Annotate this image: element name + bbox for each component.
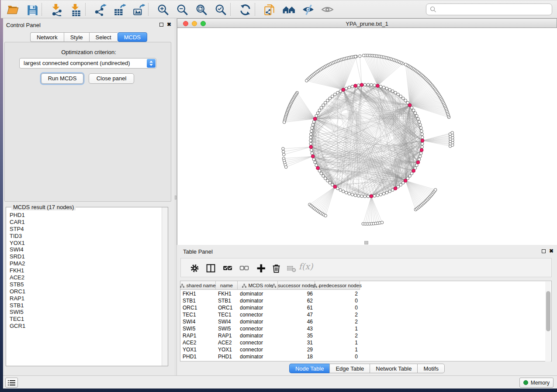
cell-shared-name[interactable]: SWI4	[180, 318, 216, 325]
group-nodes-button[interactable]	[281, 3, 296, 17]
export-network-button[interactable]	[93, 3, 107, 17]
cell-predecessor-nodes[interactable]: 0	[315, 353, 360, 360]
table-row[interactable]: RAP1RAP1dominator352	[180, 332, 547, 339]
cell-shared-name[interactable]: PHD1	[180, 353, 216, 360]
table-scrollbar[interactable]	[545, 282, 551, 361]
cell-shared-name[interactable]: YOX1	[180, 346, 216, 353]
result-scrollbar[interactable]	[162, 207, 168, 366]
cell-MCDS-role[interactable]: dominator	[238, 304, 278, 311]
close-table-panel-icon[interactable]: ✖	[549, 248, 554, 254]
mcds-result-item[interactable]: PMA2	[6, 260, 162, 267]
select-all-button[interactable]	[221, 262, 233, 274]
mcds-result-item[interactable]: TID3	[6, 233, 162, 240]
hide-selected-button[interactable]	[301, 3, 315, 17]
cell-MCDS-role[interactable]: dominator	[238, 290, 278, 297]
task-history-button[interactable]	[5, 378, 18, 388]
network-title-bar[interactable]: YPA_prune.txt_1	[177, 18, 557, 28]
tab-network[interactable]: Network	[30, 32, 64, 42]
run-mcds-button[interactable]: Run MCDS	[41, 73, 83, 84]
settings-button[interactable]	[189, 262, 200, 274]
cell-successor-nodes[interactable]: 46	[278, 318, 315, 325]
table-row[interactable]: STB1STB1dominator620	[180, 297, 547, 304]
cell-name[interactable]: PHD1	[216, 353, 238, 360]
table-row[interactable]: FKH1FKH1dominator962	[180, 290, 547, 297]
cell-shared-name[interactable]: TEC1	[180, 311, 216, 318]
table-row[interactable]: SWI5SWI5connector431	[180, 325, 547, 332]
zoom-out-button[interactable]	[175, 3, 190, 17]
search-input[interactable]	[426, 3, 552, 15]
network-canvas[interactable]	[177, 28, 557, 245]
mcds-result-list[interactable]: PHD1CAR1STP4TID3YOX1SWI4SRD1PMA2FKH1ACE2…	[6, 207, 162, 366]
cell-successor-nodes[interactable]: 47	[278, 311, 315, 318]
horizontal-splitter-grip[interactable]	[364, 241, 368, 244]
cell-name[interactable]: SWI4	[216, 318, 238, 325]
close-panel-icon[interactable]: ✖	[167, 21, 171, 28]
mcds-result-item[interactable]: ORC1	[6, 288, 162, 295]
cell-shared-name[interactable]: FKH1	[180, 290, 216, 297]
mcds-result-item[interactable]: STB5	[6, 281, 162, 288]
memory-button[interactable]: Memory	[519, 378, 554, 388]
export-image-button[interactable]	[131, 3, 146, 17]
cell-successor-nodes[interactable]: 96	[278, 290, 315, 297]
mcds-result-item[interactable]: STP4	[6, 226, 162, 233]
column-header-shared-name[interactable]: shared name	[180, 281, 216, 290]
mcds-result-item[interactable]: RAP1	[6, 295, 162, 302]
close-panel-button[interactable]: Close panel	[89, 73, 134, 84]
cell-name[interactable]: ACE2	[216, 339, 238, 346]
float-panel-icon[interactable]	[159, 23, 163, 27]
column-header-successor-nodes[interactable]: successor nodes⌄	[278, 281, 315, 290]
cell-successor-nodes[interactable]: 18	[278, 353, 315, 360]
open-session-button[interactable]	[5, 3, 20, 17]
import-network-button[interactable]	[49, 3, 64, 17]
mcds-result-item[interactable]: TEC1	[6, 316, 162, 323]
cell-name[interactable]: FKH1	[216, 290, 238, 297]
table-row[interactable]: YOX1YOX1connector291	[180, 346, 547, 353]
show-all-button[interactable]	[320, 3, 335, 17]
tab-mcds[interactable]: MCDS	[118, 32, 147, 42]
cell-successor-nodes[interactable]: 61	[278, 304, 315, 311]
save-session-button[interactable]	[24, 3, 39, 17]
table-row[interactable]: ORC1ORC1dominator610	[180, 304, 547, 311]
table-scrollbar-thumb[interactable]	[546, 291, 550, 331]
cell-predecessor-nodes[interactable]: 2	[315, 318, 360, 325]
table-row[interactable]: TEC1TEC1connector472	[180, 311, 547, 318]
cell-MCDS-role[interactable]: dominator	[238, 318, 278, 325]
zoom-fit-button[interactable]	[194, 3, 209, 17]
mcds-result-item[interactable]: ACE2	[6, 274, 162, 281]
function-builder-button[interactable]: f(x)	[300, 261, 311, 272]
cell-name[interactable]: YOX1	[216, 346, 238, 353]
tab-select[interactable]: Select	[89, 32, 118, 42]
tab-node-table[interactable]: Node Table	[289, 364, 330, 373]
tab-edge-table[interactable]: Edge Table	[329, 364, 370, 373]
cell-MCDS-role[interactable]: dominator	[238, 353, 278, 360]
table-row[interactable]: SWI4SWI4dominator462	[180, 318, 547, 325]
cell-shared-name[interactable]: STB1	[180, 297, 216, 304]
cell-predecessor-nodes[interactable]: 2	[315, 332, 360, 339]
cell-successor-nodes[interactable]: 35	[278, 332, 315, 339]
mcds-result-item[interactable]: CAR1	[6, 219, 162, 226]
cell-shared-name[interactable]: SWI5	[180, 325, 216, 332]
cell-name[interactable]: SWI5	[216, 325, 238, 332]
mcds-result-item[interactable]: SWI4	[6, 246, 162, 253]
tab-motifs[interactable]: Motifs	[417, 364, 445, 373]
cell-predecessor-nodes[interactable]: 0	[315, 297, 360, 304]
cell-MCDS-role[interactable]: connector	[238, 325, 278, 332]
cell-name[interactable]: RAP1	[216, 332, 238, 339]
import-table-button[interactable]	[68, 3, 83, 17]
delete-column-button[interactable]	[270, 262, 282, 274]
column-header-predecessor-nodes[interactable]: predecessor nodes	[315, 281, 360, 290]
mcds-result-item[interactable]: PHD1	[6, 212, 162, 219]
deselect-all-button[interactable]	[238, 262, 249, 274]
cell-predecessor-nodes[interactable]: 2	[315, 311, 360, 318]
cell-MCDS-role[interactable]: dominator	[238, 332, 278, 339]
cell-MCDS-role[interactable]: connector	[238, 339, 278, 346]
cell-successor-nodes[interactable]: 62	[278, 297, 315, 304]
refresh-button[interactable]	[238, 3, 253, 17]
mcds-result-item[interactable]: YOX1	[6, 240, 162, 247]
splitter-grip[interactable]	[175, 196, 176, 199]
cell-predecessor-nodes[interactable]: 0	[315, 304, 360, 311]
cell-name[interactable]: STB1	[216, 297, 238, 304]
cell-name[interactable]: TEC1	[216, 311, 238, 318]
float-table-panel-icon[interactable]	[542, 249, 546, 253]
mcds-result-item[interactable]: SRD1	[6, 253, 162, 260]
